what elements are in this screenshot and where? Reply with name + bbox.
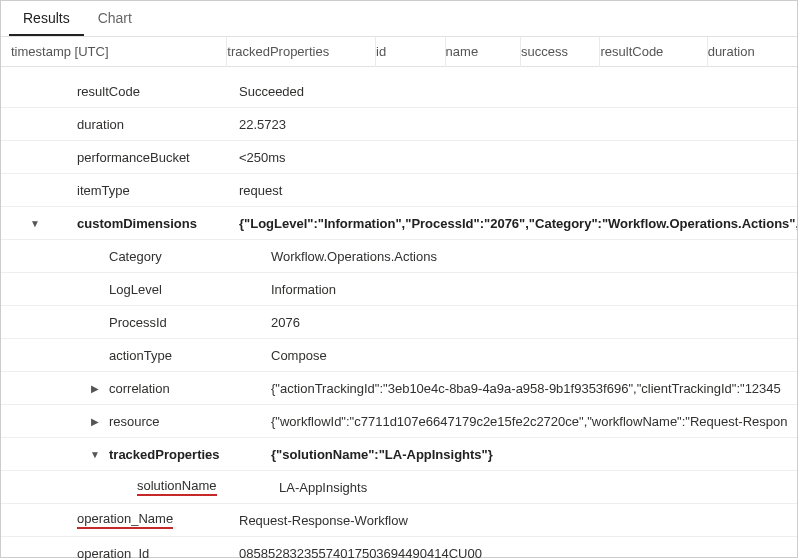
label-resource: resource [109,414,243,429]
label-loglevel: LogLevel [109,282,243,297]
value-trackedproperties: {"solutionName":"LA-AppInsights"} [243,447,797,462]
col-resultcode[interactable]: resultCode [600,37,707,67]
row-correlation[interactable]: ▶ correlation {"actionTrackingId":"3eb10… [1,372,797,405]
col-timestamp[interactable]: timestamp [UTC] [11,37,227,67]
row-operation-name[interactable]: operation_Name Request-Response-Workflow [1,504,797,537]
label-performancebucket: performanceBucket [77,150,239,165]
tab-chart[interactable]: Chart [84,4,146,36]
value-performancebucket: <250ms [239,150,797,165]
chevron-down-icon[interactable]: ▼ [29,218,41,229]
row-duration[interactable]: duration 22.5723 [1,108,797,141]
row-customdimensions[interactable]: ▼ customDimensions {"LogLevel":"Informat… [1,207,797,240]
chevron-right-icon[interactable]: ▶ [89,383,101,394]
label-category: Category [109,249,243,264]
tab-results[interactable]: Results [9,4,84,36]
col-name[interactable]: name [446,37,521,67]
value-resultcode: Succeeded [239,84,797,99]
value-solutionname: LA-AppInsights [243,480,797,495]
value-loglevel: Information [243,282,797,297]
label-operation-name: operation_Name [77,511,239,529]
row-performancebucket[interactable]: performanceBucket <250ms [1,141,797,174]
value-operation-name: Request-Response-Workflow [239,513,797,528]
label-trackedproperties: trackedProperties [109,447,243,462]
label-solutionname: solutionName [137,478,243,496]
chevron-down-icon[interactable]: ▼ [89,449,101,460]
label-correlation: correlation [109,381,243,396]
col-id[interactable]: id [376,37,446,67]
row-itemtype[interactable]: itemType request [1,174,797,207]
label-processid: ProcessId [109,315,243,330]
row-solutionname[interactable]: solutionName LA-AppInsights [1,471,797,504]
value-category: Workflow.Operations.Actions [243,249,797,264]
chevron-right-icon[interactable]: ▶ [89,416,101,427]
value-processid: 2076 [243,315,797,330]
value-customdimensions: {"LogLevel":"Information","ProcessId":"2… [239,216,797,231]
row-trackedproperties[interactable]: ▼ trackedProperties {"solutionName":"LA-… [1,438,797,471]
col-duration[interactable]: duration [708,37,797,67]
column-headers: timestamp [UTC] trackedProperties id nam… [1,37,797,67]
label-duration: duration [77,117,239,132]
col-trackedproperties[interactable]: trackedProperties [227,37,376,67]
col-success[interactable]: success [521,37,600,67]
value-operation-id: 08585283235574017503694490414CU00 [239,546,797,560]
label-resultcode: resultCode [77,84,239,99]
row-resultcode[interactable]: resultCode Succeeded [1,75,797,108]
value-correlation: {"actionTrackingId":"3eb10e4c-8ba9-4a9a-… [243,381,797,396]
row-processid[interactable]: ProcessId 2076 [1,306,797,339]
value-resource: {"workflowId":"c7711d107e6647179c2e15fe2… [243,414,797,429]
row-category[interactable]: Category Workflow.Operations.Actions [1,240,797,273]
row-actiontype[interactable]: actionType Compose [1,339,797,372]
label-operation-id: operation_Id [77,546,239,560]
label-customdimensions: customDimensions [77,216,239,231]
row-resource[interactable]: ▶ resource {"workflowId":"c7711d107e6647… [1,405,797,438]
label-actiontype: actionType [109,348,243,363]
value-duration: 22.5723 [239,117,797,132]
row-operation-id[interactable]: operation_Id 085852832355740175036944904… [1,537,797,560]
value-actiontype: Compose [243,348,797,363]
row-loglevel[interactable]: LogLevel Information [1,273,797,306]
results-body: resultCode Succeeded duration 22.5723 pe… [1,67,797,560]
tab-bar: Results Chart [1,1,797,37]
label-itemtype: itemType [77,183,239,198]
value-itemtype: request [239,183,797,198]
